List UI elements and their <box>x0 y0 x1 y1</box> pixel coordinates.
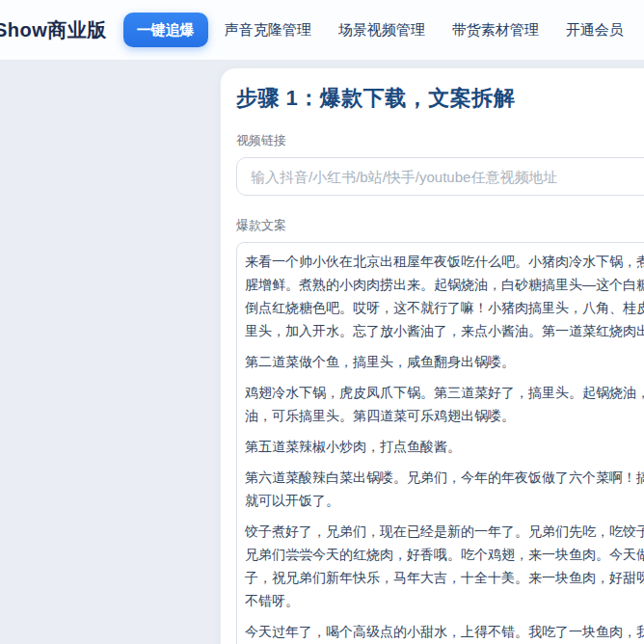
copy-text-line: 就可以开饭了。 <box>245 489 644 512</box>
copy-text-line: 不错呀。 <box>245 589 644 612</box>
copy-text-line: 油，可乐搞里头。第四道菜可乐鸡翅出锅喽。 <box>245 404 644 427</box>
copy-text-line: 子，祝兄弟们新年快乐，马年大吉，十全十美。来一块鱼肉，好甜呀 <box>245 566 644 589</box>
copy-text-line: 鸡翅冷水下锅，虎皮凤爪下锅。第三道菜好了，搞里头。起锅烧油， <box>245 381 644 404</box>
step-title: 步骤 1：爆款下载，文案拆解 <box>236 84 644 113</box>
top-navigation-bar: Show商业版 一键追爆 声音克隆管理 场景视频管理 带货素材管理 开通会员 退… <box>0 0 644 61</box>
copy-text-line: 兄弟们尝尝今天的红烧肉，好香哦。吃个鸡翅，来一块鱼肉。今天做 <box>245 543 644 566</box>
video-link-label: 视频链接 <box>236 132 644 149</box>
copy-label: 爆款文案 <box>236 217 644 234</box>
copy-text-line: 倒点红烧糖色吧。哎呀，这不就行了嘛！小猪肉搞里头，八角、桂皮 <box>245 296 644 319</box>
nav-tab-membership[interactable]: 开通会员 <box>566 21 624 40</box>
copy-text-line: 来看一个帅小伙在北京出租屋年夜饭吃什么吧。小猪肉冷水下锅，煮 <box>245 250 644 273</box>
hot-copy-textarea[interactable]: 来看一个帅小伙在北京出租屋年夜饭吃什么吧。小猪肉冷水下锅，煮 腥增鲜。煮熟的小肉… <box>236 242 644 644</box>
nav-tab-scene-video[interactable]: 场景视频管理 <box>338 21 425 40</box>
copy-text-line: 今天过年了，喝个高级点的小甜水，上得不错。我吃了一块鱼肉，我 <box>245 620 644 643</box>
nav-tab-one-click-hot[interactable]: 一键追爆 <box>123 13 208 47</box>
step1-panel: 步骤 1：爆款下载，文案拆解 视频链接 爆款文案 来看一个帅小伙在北京出租屋年夜… <box>220 67 644 644</box>
copy-text-line: 第六道菜酸辣白菜出锅喽。兄弟们，今年的年夜饭做了六个菜啊！搞 <box>245 466 644 489</box>
video-link-input[interactable] <box>236 157 644 196</box>
copy-text-line: 腥增鲜。煮熟的小肉肉捞出来。起锅烧油，白砂糖搞里头—这个白糖 <box>245 273 644 296</box>
nav-tab-voice-clone[interactable]: 声音克隆管理 <box>225 21 311 40</box>
copy-text-line: 第二道菜做个鱼，搞里头，咸鱼翻身出锅喽。 <box>245 350 644 373</box>
nav-tab-product-material[interactable]: 带货素材管理 <box>452 21 539 40</box>
app-brand: Show商业版 <box>0 17 107 43</box>
copy-text-line: 第五道菜辣椒小炒肉，打点鱼酸酱。 <box>245 435 644 458</box>
copy-text-line: 饺子煮好了，兄弟们，现在已经是新的一年了。兄弟们先吃，吃饺子 <box>245 520 644 543</box>
copy-text-line: 里头，加入开水。忘了放小酱油了，来点小酱油。第一道菜红烧肉出 <box>245 319 644 342</box>
